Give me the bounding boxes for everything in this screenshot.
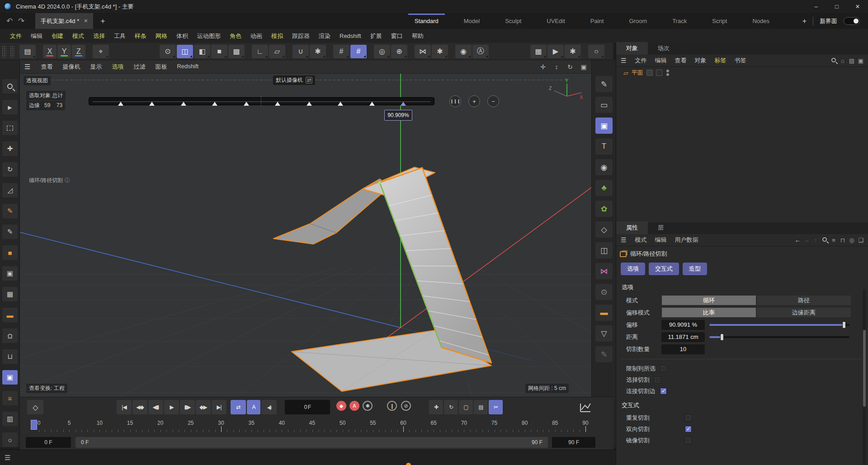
- text-object-tool[interactable]: T: [595, 138, 613, 155]
- distance-input[interactable]: 11.1871 cm: [661, 332, 705, 342]
- scrollbar-thumb[interactable]: [863, 330, 866, 407]
- rotate-icon[interactable]: ↻: [565, 63, 575, 70]
- maximize-icon[interactable]: ▣: [579, 63, 589, 70]
- object-list-empty[interactable]: [616, 79, 868, 222]
- simulation-tool[interactable]: ⊙: [595, 284, 613, 300]
- viewport-menu-item[interactable]: 显示: [85, 63, 107, 71]
- next-key-button[interactable]: ◆▶: [196, 400, 211, 414]
- symmetry-settings-button[interactable]: ✱: [432, 45, 448, 58]
- range-end-field[interactable]: 90 F: [552, 437, 595, 448]
- panel-tab[interactable]: 层: [648, 221, 674, 234]
- panel-tab[interactable]: 对象: [616, 42, 648, 55]
- attribute-menu-item[interactable]: 模式: [631, 236, 651, 244]
- attribute-scrollbar[interactable]: [863, 289, 866, 465]
- keyframe-diamond-button[interactable]: ◇: [27, 400, 43, 414]
- axis-gizmo[interactable]: Y X Z: [547, 77, 583, 104]
- offset-hud-slider[interactable]: [89, 97, 434, 105]
- viewport-menu-item[interactable]: 查看: [36, 63, 57, 71]
- status-menu-icon[interactable]: ☰: [5, 454, 10, 462]
- redo-button[interactable]: ↷: [15, 16, 27, 26]
- layout-tab[interactable]: Paint: [578, 14, 617, 28]
- points-mode-button[interactable]: ⊙: [160, 45, 176, 58]
- remove-cut-button[interactable]: −: [487, 95, 499, 107]
- toolbar-grip[interactable]: [2, 46, 6, 57]
- search-icon[interactable]: [820, 237, 829, 244]
- sketch-tool[interactable]: ✎: [2, 225, 18, 239]
- offset-slider[interactable]: [709, 320, 849, 330]
- menu-item[interactable]: 动画: [246, 32, 267, 40]
- checkbox[interactable]: [685, 437, 692, 444]
- cut-marker[interactable]: [244, 102, 249, 106]
- popout-icon[interactable]: ❏: [856, 237, 865, 244]
- snap-button[interactable]: ∪: [292, 45, 309, 58]
- model-mode-button[interactable]: ■: [211, 45, 227, 58]
- cylinder-tool[interactable]: ▥: [2, 412, 18, 426]
- extrude-tool[interactable]: ▦: [2, 287, 18, 301]
- menu-item[interactable]: 窗口: [387, 32, 407, 40]
- volume-tool[interactable]: ⊔: [2, 349, 18, 364]
- apex-vertex[interactable]: [378, 181, 381, 184]
- add-cut-button[interactable]: +: [468, 95, 480, 107]
- spline-pen-tool[interactable]: ✎: [595, 76, 613, 92]
- cut-marker[interactable]: [275, 102, 280, 106]
- layout-tab[interactable]: Groom: [616, 14, 660, 28]
- cuts-input[interactable]: 10: [661, 344, 705, 354]
- volume-builder-tool[interactable]: ◫: [595, 242, 613, 258]
- category-button[interactable]: 选项: [621, 263, 645, 275]
- menu-item[interactable]: 创建: [47, 32, 68, 40]
- info-icon[interactable]: ⓘ: [65, 177, 70, 183]
- viewport-menu-item[interactable]: Redshift: [172, 63, 203, 71]
- checkbox[interactable]: [660, 365, 667, 372]
- tree-object-tool[interactable]: ♣: [595, 180, 613, 196]
- object-row-plane[interactable]: ▱ 平面: [616, 67, 868, 79]
- annotate-tool[interactable]: ✎: [595, 346, 613, 362]
- popout-icon[interactable]: ▣: [856, 57, 865, 64]
- enable-axis-button[interactable]: ∟: [252, 45, 268, 58]
- phone-stand-model[interactable]: [274, 167, 491, 391]
- record-rotation-button[interactable]: ↻: [444, 400, 458, 414]
- key-position-filter[interactable]: ❙: [387, 401, 397, 411]
- category-button[interactable]: 造型: [683, 263, 707, 275]
- cut-marker[interactable]: [338, 102, 343, 106]
- preview-range-bar[interactable]: 0 F 90 F: [75, 437, 548, 448]
- offset-mode-ratio[interactable]: 比率: [661, 307, 756, 318]
- layout-tab[interactable]: Nodes: [740, 14, 782, 28]
- cube-primitive-tool[interactable]: ▣: [2, 266, 18, 281]
- record-parameter-button[interactable]: ▤: [474, 400, 488, 414]
- up-arrow-icon[interactable]: ↑: [811, 237, 820, 244]
- pen-tool[interactable]: ✎: [2, 204, 18, 218]
- make-editable-button[interactable]: ▤: [19, 45, 36, 58]
- panel-layout-icon[interactable]: ▤: [847, 57, 856, 64]
- menu-item[interactable]: 扩展: [366, 32, 387, 40]
- document-tab[interactable]: 手机支架.c4d * ✕: [35, 13, 93, 29]
- quantize-settings-button[interactable]: ⊕: [391, 45, 407, 58]
- offset-mode-edge-distance[interactable]: 边缘距离: [756, 307, 851, 318]
- tweak-tool[interactable]: ■: [2, 245, 18, 260]
- pan-icon[interactable]: ✛: [538, 63, 548, 70]
- visibility-dots[interactable]: [666, 70, 669, 76]
- filter-icon[interactable]: ≡: [829, 237, 838, 244]
- character-tool[interactable]: Ω: [2, 329, 18, 343]
- quantize-button[interactable]: ◎: [374, 45, 390, 58]
- section-interactive[interactable]: 交互式: [616, 397, 868, 412]
- camera-swap-icon[interactable]: ⇄: [306, 77, 312, 84]
- menu-item[interactable]: 文件: [5, 32, 26, 40]
- search-icon[interactable]: [829, 57, 838, 64]
- active-cut-marker[interactable]: [401, 102, 406, 106]
- texture-mode-button[interactable]: ▩: [228, 45, 245, 58]
- panel-tab[interactable]: 场次: [648, 42, 679, 55]
- menu-item[interactable]: 体积: [172, 32, 193, 40]
- lock-icon[interactable]: ⊓: [838, 237, 847, 244]
- layout-tab[interactable]: Standard: [402, 14, 451, 28]
- viewport-menu-item[interactable]: 过滤: [128, 63, 150, 71]
- range-start-field[interactable]: 0 F: [26, 437, 71, 448]
- checkbox[interactable]: [685, 414, 692, 421]
- menu-item[interactable]: 跟踪器: [288, 32, 314, 40]
- rectangle-spline-tool[interactable]: ▭: [595, 97, 613, 113]
- mograph-tool[interactable]: ✿: [595, 201, 613, 217]
- back-arrow-icon[interactable]: ←: [793, 237, 802, 244]
- loop-playback-button[interactable]: ⇄: [231, 400, 246, 414]
- menu-item[interactable]: 运动图形: [193, 32, 225, 40]
- menu-item[interactable]: 网格: [151, 32, 172, 40]
- view-label[interactable]: 透视视图: [24, 76, 51, 85]
